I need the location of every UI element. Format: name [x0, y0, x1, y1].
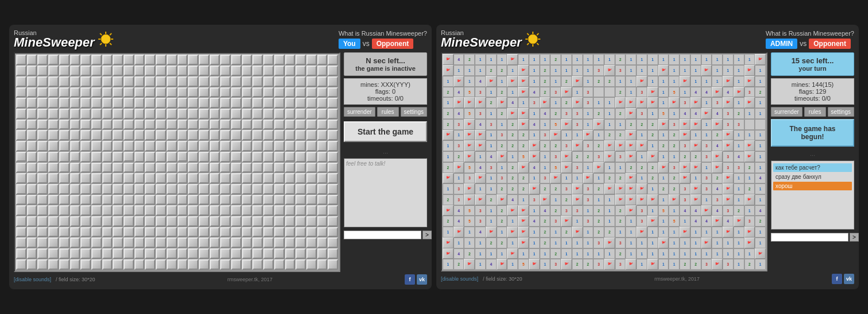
grid-cell[interactable]: [210, 173, 220, 183]
game-cell[interactable]: 🚩: [518, 205, 529, 216]
grid-cell[interactable]: [220, 238, 231, 248]
grid-cell[interactable]: [295, 173, 306, 183]
game-cell[interactable]: 2: [464, 54, 475, 65]
game-cell[interactable]: 1: [593, 248, 604, 259]
game-cell[interactable]: 🚩: [507, 54, 518, 65]
game-cell[interactable]: 3: [464, 173, 475, 184]
grid-cell[interactable]: [80, 195, 91, 205]
grid-cell[interactable]: [16, 259, 26, 270]
game-cell[interactable]: 3: [583, 140, 594, 151]
grid-cell[interactable]: [317, 227, 328, 238]
grid-cell[interactable]: [178, 130, 188, 140]
grid-cell[interactable]: [27, 195, 37, 205]
game-cell[interactable]: 5: [658, 108, 669, 119]
grid-cell[interactable]: [91, 87, 102, 98]
game-cell[interactable]: 🚩: [636, 97, 647, 108]
game-cell[interactable]: 1: [658, 87, 669, 98]
game-cell[interactable]: 1: [540, 162, 551, 173]
grid-cell[interactable]: [263, 87, 274, 98]
game-cell[interactable]: 1: [475, 259, 486, 270]
grid-cell[interactable]: [285, 259, 295, 270]
grid-cell[interactable]: [124, 87, 134, 98]
grid-cell[interactable]: [242, 238, 252, 248]
game-cell[interactable]: 1: [529, 227, 540, 238]
game-cell[interactable]: 🚩: [604, 65, 615, 76]
grid-cell[interactable]: [295, 238, 306, 248]
grid-cell[interactable]: [113, 259, 123, 270]
grid-cell[interactable]: [210, 66, 220, 76]
game-cell[interactable]: 1: [583, 76, 594, 87]
grid-cell[interactable]: [263, 184, 274, 194]
game-cell[interactable]: 🚩: [475, 140, 486, 151]
grid-cell[interactable]: [274, 195, 285, 205]
game-cell[interactable]: 🚩: [507, 205, 518, 216]
game-cell[interactable]: 3: [593, 238, 604, 248]
grid-cell[interactable]: [135, 184, 145, 194]
grid-cell[interactable]: [252, 216, 263, 227]
grid-cell[interactable]: [102, 216, 113, 227]
game-cell[interactable]: 🚩: [625, 97, 636, 108]
grid-cell[interactable]: [70, 55, 80, 65]
game-cell[interactable]: 1: [669, 259, 679, 270]
game-cell[interactable]: 1: [615, 76, 626, 87]
grid-cell[interactable]: [48, 76, 59, 87]
grid-cell[interactable]: [285, 152, 295, 162]
grid-cell[interactable]: [295, 98, 306, 108]
game-cell[interactable]: 1: [679, 248, 690, 259]
game-cell[interactable]: 🚩: [443, 54, 454, 65]
grid-cell[interactable]: [135, 248, 145, 259]
game-cell[interactable]: 1: [583, 65, 594, 76]
game-cell[interactable]: 1: [712, 65, 723, 76]
game-cell[interactable]: 4: [679, 108, 690, 119]
grid-cell[interactable]: [70, 184, 80, 194]
grid-cell[interactable]: [210, 259, 220, 270]
grid-cell[interactable]: [70, 227, 80, 238]
grid-cell[interactable]: [102, 66, 113, 76]
game-cell[interactable]: 🚩: [625, 151, 636, 162]
game-cell[interactable]: 2: [669, 173, 679, 184]
game-cell[interactable]: 1: [604, 248, 615, 259]
game-cell[interactable]: 2: [658, 183, 669, 194]
game-cell[interactable]: 🚩: [518, 76, 529, 87]
grid-cell[interactable]: [48, 248, 59, 259]
game-cell[interactable]: 1: [755, 238, 766, 248]
game-cell[interactable]: 🚩: [486, 76, 497, 87]
game-cell[interactable]: 3: [712, 194, 723, 205]
grid-cell[interactable]: [70, 98, 80, 108]
right-facebook-button[interactable]: f: [832, 274, 842, 284]
grid-cell[interactable]: [220, 130, 231, 140]
grid-cell[interactable]: [16, 238, 26, 248]
grid-cell[interactable]: [231, 141, 241, 151]
grid-cell[interactable]: [80, 87, 91, 98]
game-cell[interactable]: 4: [486, 151, 497, 162]
grid-cell[interactable]: [135, 141, 145, 151]
grid-cell[interactable]: [135, 120, 145, 130]
game-cell[interactable]: 1: [755, 183, 766, 194]
game-cell[interactable]: 3: [723, 108, 733, 119]
grid-cell[interactable]: [167, 238, 177, 248]
grid-cell[interactable]: [113, 184, 123, 194]
game-cell[interactable]: 🚩: [475, 130, 486, 141]
game-cell[interactable]: 4: [679, 205, 690, 216]
grid-cell[interactable]: [220, 109, 231, 119]
game-cell[interactable]: 3: [572, 162, 583, 173]
game-cell[interactable]: 2: [669, 183, 679, 194]
grid-cell[interactable]: [252, 120, 263, 130]
game-cell[interactable]: 🚩: [744, 151, 755, 162]
game-cell[interactable]: 1: [636, 238, 647, 248]
grid-cell[interactable]: [27, 87, 37, 98]
grid-cell[interactable]: [145, 152, 155, 162]
game-cell[interactable]: 2: [593, 216, 604, 227]
grid-cell[interactable]: [274, 130, 285, 140]
grid-cell[interactable]: [37, 109, 48, 119]
grid-cell[interactable]: [210, 76, 220, 87]
game-cell[interactable]: 🚩: [701, 108, 712, 119]
left-chat-area[interactable]: feel free to talk!: [344, 158, 427, 227]
grid-cell[interactable]: [274, 66, 285, 76]
game-cell[interactable]: 1: [712, 54, 723, 65]
grid-cell[interactable]: [135, 87, 145, 98]
grid-cell[interactable]: [167, 87, 177, 98]
grid-cell[interactable]: [27, 98, 37, 108]
game-cell[interactable]: 3: [615, 259, 626, 270]
game-cell[interactable]: 🚩: [464, 194, 475, 205]
